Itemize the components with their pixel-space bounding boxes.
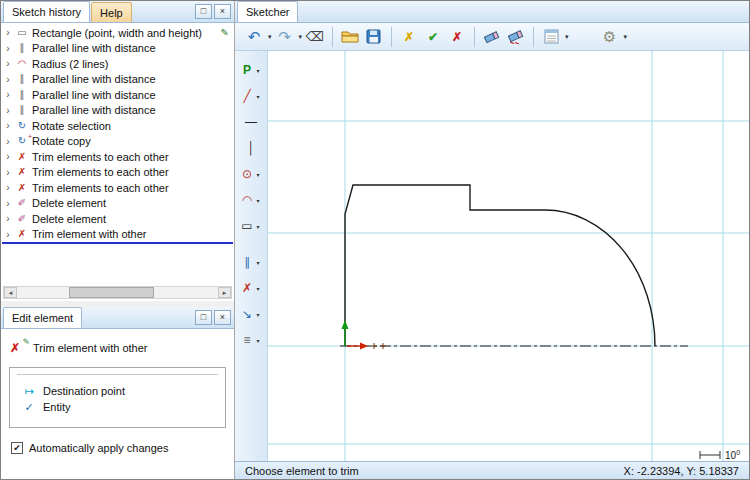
- redo-dropdown-icon[interactable]: ▾: [299, 33, 303, 41]
- open-button[interactable]: [339, 25, 361, 49]
- line-tool-button[interactable]: ╱ ▾: [236, 83, 266, 109]
- dropdown-caret-icon[interactable]: ▾: [257, 67, 263, 74]
- drawing-area[interactable]: 100: [268, 51, 749, 461]
- tab-sketcher[interactable]: Sketcher: [237, 1, 298, 22]
- tab-sketch-history[interactable]: Sketch history: [3, 1, 90, 22]
- sketch-profile[interactable]: [345, 185, 655, 346]
- dropdown-caret-icon[interactable]: ▾: [257, 259, 263, 266]
- validate-button[interactable]: ✔: [422, 25, 444, 49]
- circle-tool-button[interactable]: ⊙ ▾: [236, 161, 266, 187]
- rectangle-tool-button[interactable]: ▭ ▾: [236, 213, 266, 239]
- toolbar-separator: [332, 27, 333, 47]
- expander-icon[interactable]: ›: [4, 74, 12, 85]
- close-panel-button[interactable]: ×: [214, 4, 231, 19]
- history-item-delete[interactable]: › ✐ Delete element: [1, 211, 234, 227]
- dropdown-caret-icon[interactable]: ▾: [257, 93, 263, 100]
- status-message: Choose element to trim: [245, 465, 359, 477]
- scroll-right-button[interactable]: ►: [218, 287, 231, 298]
- scroll-track[interactable]: [17, 287, 218, 298]
- tab-help[interactable]: Help: [91, 2, 132, 22]
- save-button[interactable]: [363, 25, 385, 49]
- float-panel-button[interactable]: □: [195, 4, 212, 19]
- sketch-canvas[interactable]: 100: [268, 51, 749, 461]
- scroll-left-button[interactable]: ◄: [4, 287, 17, 298]
- history-horizontal-scrollbar[interactable]: ◄ ►: [3, 286, 232, 299]
- dropdown-caret-icon[interactable]: ▾: [257, 311, 263, 318]
- history-item-rectangle[interactable]: › ▭ Rectangle (point, width and height) …: [1, 25, 234, 41]
- delete-key-button[interactable]: ⌫: [304, 25, 326, 49]
- trim-tool-button[interactable]: ✗ ▾: [236, 275, 266, 301]
- horizontal-line-tool-button[interactable]: —: [236, 109, 266, 135]
- settings-button[interactable]: ⚙: [599, 25, 621, 49]
- transform-tool-button[interactable]: ↘ ▾: [236, 301, 266, 327]
- erase-marks-button[interactable]: [505, 25, 527, 49]
- expander-icon[interactable]: ›: [4, 198, 12, 209]
- undo-dropdown-icon[interactable]: ▾: [268, 33, 272, 41]
- history-item-rotate-copy[interactable]: › ↻+ Rotate copy: [1, 134, 234, 150]
- expander-icon[interactable]: ›: [4, 136, 12, 147]
- separator: [17, 374, 218, 375]
- float-panel-button[interactable]: □: [195, 310, 212, 325]
- tab-sketch-history-label: Sketch history: [12, 6, 81, 18]
- point-tool-button[interactable]: P ▾: [236, 57, 266, 83]
- history-item-parallel[interactable]: › ∥ Parallel line with distance: [1, 103, 234, 119]
- expander-icon[interactable]: ›: [4, 43, 12, 54]
- expander-icon[interactable]: ›: [4, 229, 12, 240]
- undo-button[interactable]: ↶: [243, 25, 265, 49]
- validate-icon: ✔: [428, 31, 438, 43]
- dropdown-caret-icon[interactable]: ▾: [257, 171, 263, 178]
- circle-icon: ⊙: [240, 168, 255, 180]
- history-item-delete[interactable]: › ✐ Delete element: [1, 196, 234, 212]
- vertical-line-tool-button[interactable]: │: [236, 135, 266, 161]
- history-item-trim-selected[interactable]: › ✗ Trim element with other: [1, 227, 234, 243]
- close-panel-button[interactable]: ×: [214, 310, 231, 325]
- rotate-copy-icon: ↻+: [15, 136, 29, 146]
- offset-tool-button[interactable]: ∥ ▾: [236, 249, 266, 275]
- scroll-left-icon: ◄: [8, 290, 14, 296]
- history-item-radius[interactable]: › ◠ Radius (2 lines): [1, 56, 234, 72]
- arc-tool-button[interactable]: ◠ ▾: [236, 187, 266, 213]
- history-item-trim[interactable]: › ✗ Trim elements to each other: [1, 165, 234, 181]
- history-item-parallel[interactable]: › ∥ Parallel line with distance: [1, 87, 234, 103]
- expander-icon[interactable]: ›: [4, 151, 12, 162]
- settings-dropdown-icon[interactable]: ▾: [624, 33, 628, 41]
- auto-apply-row[interactable]: ✔ Automatically apply changes: [11, 442, 228, 454]
- expander-icon[interactable]: ›: [4, 167, 12, 178]
- panel-window-buttons: □ ×: [195, 4, 231, 19]
- report-dropdown-icon[interactable]: ▾: [565, 33, 569, 41]
- expander-icon[interactable]: ›: [4, 89, 12, 100]
- dropdown-caret-icon[interactable]: ▾: [257, 337, 263, 344]
- cancel-all-button[interactable]: ✗: [398, 25, 420, 49]
- entity-field[interactable]: ✓ Entity: [10, 399, 225, 415]
- history-item-trim[interactable]: › ✗ Trim elements to each other: [1, 180, 234, 196]
- tab-edit-element[interactable]: Edit element: [3, 307, 82, 328]
- dropdown-caret-icon[interactable]: ▾: [257, 223, 263, 230]
- dropdown-caret-icon[interactable]: ▾: [257, 197, 263, 204]
- dropdown-caret-icon[interactable]: ▾: [257, 285, 263, 292]
- cancel-button[interactable]: ✗: [446, 25, 468, 49]
- redo-icon: ↷: [278, 29, 291, 44]
- report-button[interactable]: [540, 25, 562, 49]
- history-item-label: Trim elements to each other: [32, 182, 169, 194]
- erase-button[interactable]: [481, 25, 503, 49]
- scroll-thumb[interactable]: [69, 287, 153, 298]
- expander-icon[interactable]: ›: [4, 105, 12, 116]
- auto-apply-checkbox[interactable]: ✔: [11, 442, 23, 454]
- expander-icon[interactable]: ›: [4, 182, 12, 193]
- expander-icon[interactable]: ›: [4, 213, 12, 224]
- history-item-rotate[interactable]: › ↻ Rotate selection: [1, 118, 234, 134]
- redo-button[interactable]: ↷: [274, 25, 296, 49]
- entity-icon: ✓: [22, 402, 36, 413]
- trim-icon: ✗: [240, 282, 255, 294]
- point-icon: P: [240, 64, 255, 76]
- section-tool-button[interactable]: ≡ ▾: [236, 327, 266, 353]
- close-icon: ×: [220, 313, 225, 322]
- history-item-trim[interactable]: › ✗ Trim elements to each other: [1, 149, 234, 165]
- history-item-parallel[interactable]: › ∥ Parallel line with distance: [1, 72, 234, 88]
- expander-icon[interactable]: ›: [4, 58, 12, 69]
- expander-icon[interactable]: ›: [4, 27, 12, 38]
- parallel-line-icon: ∥: [15, 43, 29, 53]
- history-item-parallel[interactable]: › ∥ Parallel line with distance: [1, 41, 234, 57]
- expander-icon[interactable]: ›: [4, 120, 12, 131]
- destination-point-field[interactable]: ↦ Destination point: [10, 383, 225, 399]
